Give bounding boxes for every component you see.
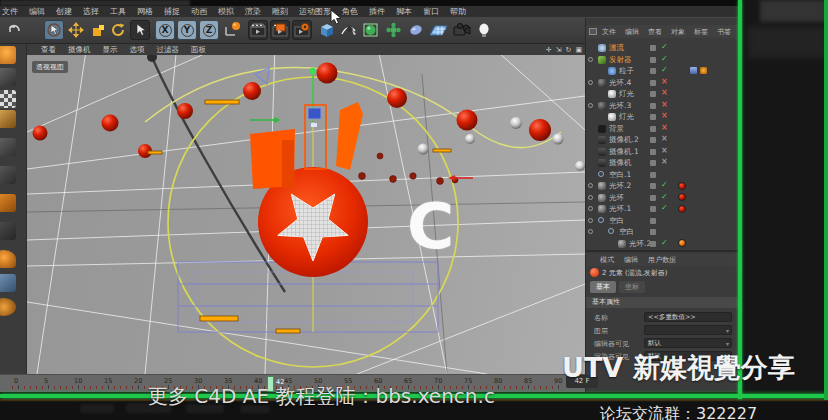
scene-canvas[interactable] xyxy=(27,44,585,374)
move-tool-icon[interactable] xyxy=(66,20,86,40)
object-name[interactable]: 光环.3 xyxy=(609,100,631,112)
menu-item-16[interactable]: 帮助 xyxy=(450,6,466,17)
object-name[interactable]: 湍流 xyxy=(609,42,624,54)
menu-item-0[interactable]: 文件 xyxy=(2,6,18,17)
visibility-dots[interactable] xyxy=(650,194,676,202)
viewport-menu-item-0[interactable]: 查看 xyxy=(41,45,56,55)
rotate-view-icon[interactable]: ↻ xyxy=(566,46,572,54)
scale-tool-icon[interactable] xyxy=(88,20,108,40)
rotate-tool-icon[interactable] xyxy=(108,20,128,40)
object-name[interactable]: 发射器 xyxy=(609,54,632,66)
workplane-mode-icon[interactable] xyxy=(0,110,16,128)
snap-magnet-icon[interactable] xyxy=(0,250,16,268)
menu-item-11[interactable]: 运动图形 xyxy=(299,6,331,17)
field-dropdown[interactable]: 默认 xyxy=(644,338,732,348)
attr-menu-item-0[interactable]: 模式 xyxy=(600,255,614,265)
material-ball[interactable] xyxy=(678,182,686,190)
expand-icon[interactable] xyxy=(588,103,593,108)
tag-icon[interactable] xyxy=(690,67,697,74)
visibility-dots[interactable] xyxy=(650,182,676,190)
visibility-dots[interactable] xyxy=(650,90,676,98)
object-name[interactable]: 背景 xyxy=(609,123,624,135)
panel-divider[interactable] xyxy=(586,250,742,252)
points-mode-icon[interactable] xyxy=(0,138,16,156)
visibility-dots[interactable] xyxy=(650,159,676,167)
menu-item-2[interactable]: 创建 xyxy=(56,6,72,17)
axis-handle-dot[interactable] xyxy=(310,68,316,74)
menu-item-8[interactable]: 模拟 xyxy=(218,6,234,17)
visibility-dots[interactable] xyxy=(650,44,676,52)
logo-letter-c[interactable]: C xyxy=(407,190,454,263)
expand-icon[interactable] xyxy=(588,218,593,223)
visibility-dots[interactable] xyxy=(650,217,676,225)
expand-icon[interactable] xyxy=(588,229,593,234)
object-name[interactable]: 光环.4 xyxy=(609,77,631,89)
material-ball[interactable] xyxy=(678,205,686,213)
polygons-mode-icon[interactable] xyxy=(0,194,16,212)
maximize-view-icon[interactable]: ▣ xyxy=(575,46,582,54)
menu-item-13[interactable]: 插件 xyxy=(369,6,385,17)
make-editable-icon[interactable] xyxy=(0,46,16,64)
helix-tool-icon[interactable] xyxy=(0,298,16,316)
object-name[interactable]: 摄像机.1 xyxy=(609,146,639,158)
render-view-icon[interactable] xyxy=(248,20,268,40)
pan-view-icon[interactable]: ✛ xyxy=(546,46,552,54)
workplane-grid-icon[interactable] xyxy=(0,274,16,292)
object-name[interactable]: 空白 xyxy=(609,215,624,227)
object-name[interactable]: 摄像机.2 xyxy=(609,134,639,146)
om-menu-item-0[interactable]: 文件 xyxy=(602,27,616,37)
viewport-menu-item-5[interactable]: 面板 xyxy=(191,45,206,55)
om-menu-item-4[interactable]: 标签 xyxy=(694,27,708,37)
visibility-dots[interactable] xyxy=(650,136,676,144)
tree-item-摄像机[interactable]: 摄像机 xyxy=(586,157,742,169)
field-dropdown[interactable] xyxy=(644,325,732,335)
object-name[interactable]: 空白.1 xyxy=(609,169,631,181)
attr-menu-item-2[interactable]: 用户数据 xyxy=(648,255,676,265)
tag-icon[interactable] xyxy=(700,67,707,74)
camera-icon[interactable] xyxy=(452,20,472,40)
object-name[interactable]: 光环 xyxy=(609,192,624,204)
edges-mode-icon[interactable] xyxy=(0,166,16,184)
tree-item-光环.1[interactable]: 光环.1 xyxy=(586,203,742,215)
visibility-dots[interactable] xyxy=(650,67,676,75)
expand-icon[interactable] xyxy=(588,206,593,211)
visibility-dots[interactable] xyxy=(650,102,676,110)
panel-icon[interactable] xyxy=(589,28,597,35)
attr-tab-0[interactable]: 基本 xyxy=(590,281,616,293)
subdivision-surface-icon[interactable] xyxy=(360,20,380,40)
object-name[interactable]: 摄像机 xyxy=(609,157,632,169)
viewport-menu-item-4[interactable]: 过滤器 xyxy=(157,45,180,55)
object-name[interactable]: 空白 xyxy=(619,226,634,238)
texture-mode-icon[interactable] xyxy=(0,90,16,108)
axis-lock-y-button[interactable]: Y xyxy=(177,20,197,40)
visibility-dots[interactable] xyxy=(650,56,676,64)
menu-item-5[interactable]: 网格 xyxy=(137,6,153,17)
visibility-dots[interactable] xyxy=(650,148,676,156)
zoom-view-icon[interactable]: ⇲ xyxy=(556,46,562,54)
om-menu-item-1[interactable]: 编辑 xyxy=(625,27,639,37)
viewport[interactable]: 查看摄像机显示选项过滤器面板 ✛ ⇲ ↻ ▣ 透视视图 xyxy=(27,44,585,374)
menu-item-1[interactable]: 编辑 xyxy=(29,6,45,17)
expand-icon[interactable] xyxy=(588,57,593,62)
attr-tab-1[interactable]: 坐标 xyxy=(619,281,645,293)
expand-icon[interactable] xyxy=(588,183,593,188)
model-mode-icon[interactable] xyxy=(0,68,16,86)
axis-lock-x-button[interactable]: X xyxy=(155,20,175,40)
object-name[interactable]: 粒子 xyxy=(619,65,634,77)
visibility-dots[interactable] xyxy=(650,113,676,121)
attr-menu-item-1[interactable]: 编辑 xyxy=(624,255,638,265)
visibility-dots[interactable] xyxy=(650,79,676,87)
visibility-dots[interactable] xyxy=(650,125,676,133)
object-name[interactable]: 灯光 xyxy=(619,111,634,123)
render-settings-icon[interactable] xyxy=(292,20,312,40)
enable-axis-icon[interactable] xyxy=(0,222,16,240)
coordinate-system-icon[interactable] xyxy=(222,20,242,40)
expand-icon[interactable] xyxy=(588,80,593,85)
menu-item-12[interactable]: 角色 xyxy=(342,6,358,17)
selection-arrow-icon[interactable] xyxy=(130,20,150,40)
object-name[interactable]: 光环.2 xyxy=(609,180,631,192)
om-menu-item-3[interactable]: 对象 xyxy=(671,27,685,37)
live-selection-icon[interactable] xyxy=(44,20,64,40)
tree-item-空白[interactable]: 空白 xyxy=(586,215,742,227)
menu-item-3[interactable]: 选择 xyxy=(83,6,99,17)
